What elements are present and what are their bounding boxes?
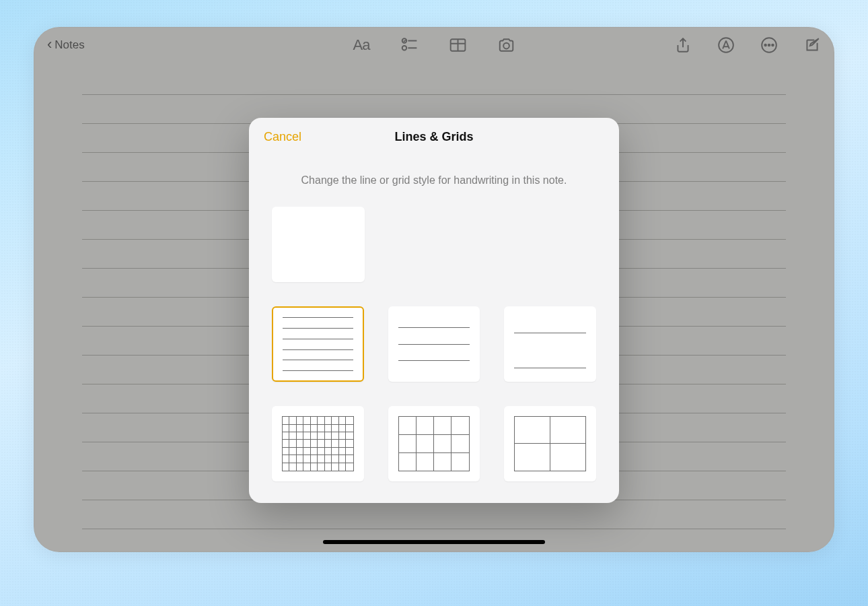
text-format-icon[interactable]: Aa (353, 36, 370, 54)
style-grid-large[interactable] (504, 406, 596, 481)
style-blank[interactable] (272, 207, 365, 282)
svg-point-10 (764, 44, 766, 46)
style-grid-small[interactable] (272, 406, 364, 481)
back-button[interactable]: ‹ Notes (47, 38, 85, 53)
notes-app-window: ‹ Notes Aa (34, 27, 834, 552)
svg-point-2 (402, 46, 407, 50)
modal-subtitle: Change the line or grid style for handwr… (270, 174, 598, 187)
svg-point-12 (772, 44, 774, 46)
camera-icon[interactable] (497, 36, 515, 54)
share-icon[interactable] (674, 36, 692, 54)
svg-point-7 (503, 43, 509, 49)
checklist-icon[interactable] (400, 36, 418, 54)
center-toolbar: Aa (353, 36, 515, 54)
style-lines-wide[interactable] (504, 306, 596, 382)
back-label: Notes (55, 38, 84, 52)
home-indicator (323, 540, 545, 544)
style-lines-narrow[interactable] (272, 306, 364, 382)
right-toolbar (674, 36, 821, 54)
svg-point-8 (719, 38, 733, 53)
cancel-button[interactable]: Cancel (264, 130, 301, 144)
table-icon[interactable] (449, 36, 466, 54)
modal-header: Cancel Lines & Grids (249, 118, 619, 156)
lines-grids-modal: Cancel Lines & Grids Change the line or … (249, 118, 619, 503)
chevron-left-icon: ‹ (47, 37, 52, 52)
style-grid (272, 207, 596, 481)
markup-icon[interactable] (717, 36, 735, 54)
style-grid-medium[interactable] (388, 406, 480, 481)
style-lines-medium[interactable] (388, 306, 480, 382)
compose-icon[interactable] (803, 36, 821, 54)
modal-title: Lines & Grids (394, 130, 473, 144)
svg-point-11 (768, 44, 770, 46)
toolbar: ‹ Notes Aa (34, 27, 834, 63)
more-icon[interactable] (760, 36, 778, 54)
